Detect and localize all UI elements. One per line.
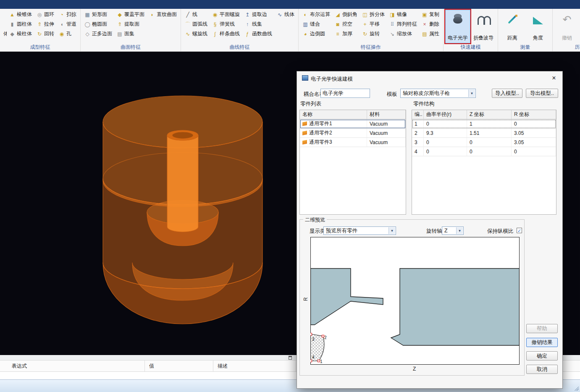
ribbon-item-function-curve[interactable]: ƒ函数曲线 [242,29,274,39]
parts-list-row[interactable]: 通用零件3Vacuum [300,138,406,147]
ribbon-button-label: 撤销 [562,34,572,42]
ribbon-item-clipped-partial[interactable] [2,19,7,29]
cancel-button[interactable]: 取消 [526,365,558,374]
ribbon-item-delete[interactable]: ×删除 [420,19,441,29]
ribbon-item-line-set[interactable]: ↑线集 [242,19,274,29]
ribbon-item-thicken[interactable]: ≡加厚 [333,29,360,39]
rotation-axis-select[interactable]: Z ▾ [442,226,464,235]
ribbon-item-edge-fillet[interactable]: ◕边倒圆 [300,29,332,39]
keep-aspect-checkbox[interactable]: ✓ [517,228,522,233]
ribbon-item-copy[interactable]: ▣复制 [420,10,441,19]
ribbon-item-revolve[interactable]: ↻回转 [34,29,56,39]
export-model-button[interactable]: 导出模型.. [526,89,558,98]
ribbon-item-torus[interactable]: ◎圆环 [34,10,56,19]
ribbon-button-distance[interactable]: 距离 [500,10,525,43]
ribbon-item-hollow[interactable]: ◙挖空 [333,19,360,29]
column-header[interactable]: 编.. [412,110,424,119]
ribbon-item-rotate[interactable]: ↻旋转 [360,29,387,39]
ribbon-item-boolean-operation[interactable]: ◐布尔运算 [300,10,332,19]
ribbon-item-label: 矩形面 [92,11,107,18]
ribbon-item-cylinder[interactable]: ▮圆柱体 [7,19,34,29]
ribbon-item-hole[interactable]: ◉孔 [57,29,79,39]
ribbon-item-translate[interactable]: +平移 [360,19,387,29]
column-header[interactable]: 材料 [367,110,406,119]
ribbon-item-rectangle-face[interactable]: ▦矩形面 [82,10,114,19]
model-central-tube [167,135,198,232]
ribbon-item-sweep[interactable]: ◔扫掠 [57,10,79,19]
ribbon-item-arc-line[interactable]: ⌒圆弧线 [183,19,210,29]
ribbon-item-helix-line[interactable]: ∿螺旋线 [183,29,210,39]
ribbon-item-extract-face[interactable]: ⇑提取面 [115,19,147,29]
template-select[interactable]: 轴对称皮尔斯电子枪 ▾ [400,89,476,98]
ribbon-item-spring-line[interactable]: §弹簧线 [210,19,242,29]
structure-row[interactable]: 29.31.513.05 [412,129,556,138]
ribbon-button-angle[interactable]: 角度 [525,10,551,43]
column-header[interactable]: Z 坐标 [467,110,512,119]
structure-row[interactable]: 1010 [412,119,556,129]
window-titlebar [0,0,580,9]
cell-text: 9.3 [426,130,433,136]
ribbon-group-label: 曲线特征 [181,44,298,51]
ribbon-item-pattern-feature[interactable]: ⠿阵列特征 [387,19,419,29]
display-type-select[interactable]: 预览所有零件 ▾ [323,226,396,235]
ribbon-item-label: 提取面 [124,21,139,28]
undo-result-button[interactable]: 撤销结果 [526,338,558,347]
resize-grip-icon[interactable] [574,386,579,391]
ok-button[interactable]: 确定 [526,351,558,360]
ribbon-button-electron-optics[interactable]: 电子光学 [445,10,470,43]
cover-plane-icon: ◆ [117,12,123,17]
parts-list-row[interactable]: 通用零件2Vacuum [300,129,406,138]
ribbon-item-chamfer[interactable]: ◢倒斜角 [333,10,360,19]
ribbon-item-planar-spiral[interactable]: ◉平面螺旋 [210,10,242,19]
ribbon-item-wire-body[interactable]: ∿线体 [275,10,297,19]
ribbon-item-prism[interactable]: ◆棱柱体 [7,29,34,39]
ribbon-item-split-body[interactable]: ◫拆分体 [360,10,387,19]
ribbon-item-spline-curve[interactable]: ∫样条曲线 [210,29,242,39]
structure-row[interactable]: 4000 [412,147,556,156]
help-button[interactable]: 帮助 [526,324,558,333]
close-icon[interactable]: × [549,74,559,82]
cell-text: 2 [415,130,417,136]
cell-text: 0 [514,149,517,155]
column-header-expression[interactable]: 表达式 [0,360,145,371]
ribbon-item-face-set[interactable]: ▤面集 [115,29,147,39]
ribbon-item-scale-body[interactable]: ↘缩放体 [387,29,419,39]
ribbon-item-clipped-partial[interactable] [2,10,7,19]
column-header[interactable]: 名称 [300,110,367,119]
ribbon-item-polygon-face[interactable]: ◇正多边面 [82,29,114,39]
ribbon-item-sew[interactable]: ▥缝合 [300,19,332,29]
cell-text: 1.51 [470,130,479,136]
ribbon-item-pyramid[interactable]: ▲棱锥体 [7,10,34,19]
cell-text: 0 [426,149,429,155]
ribbon-item-pipe[interactable]: ◖管道 [57,19,79,29]
ribbon-item-clipped-partial[interactable]: 体 [2,29,7,39]
ribbon-item-extract-edge[interactable]: ↥提取边 [242,10,274,19]
preview-canvas-2d[interactable]: 1 2 3 4 [310,237,520,365]
parts-list-row[interactable]: 通用零件1Vacuum [300,119,406,129]
ribbon-item-cover-plane[interactable]: ◆覆盖平面 [115,10,147,19]
ribbon-item-label: 弹簧线 [220,21,235,28]
ribbon-item-properties[interactable]: ▤属性 [420,29,441,39]
ribbon-item-mirror[interactable]: ◨镜像 [387,10,419,19]
cell-text: 0 [426,139,429,145]
column-header-description[interactable]: 描述 [213,360,296,371]
import-model-button[interactable]: 导入模型.. [492,89,522,98]
ribbon-item-label: 缝合 [310,21,320,28]
ribbon-button-undo[interactable]: ↶撤销 [554,10,580,43]
column-header-value[interactable]: 值 [145,360,213,371]
ribbon-item-ruled-surface[interactable]: ◗直纹曲面 [147,10,179,19]
structure-row[interactable]: 3003.05 [412,138,556,147]
ribbon-item-extrude[interactable]: ⇑拉伸 [34,19,56,29]
ribbon-item-ellipse-face[interactable]: ◯椭圆面 [82,19,114,29]
ribbon-item-label: 线体 [284,11,294,18]
ribbon-item-label: 棱柱体 [17,30,32,37]
ribbon-button-folded-waveguide[interactable]: 折叠波导 [471,10,496,43]
template-label: 模板 [387,91,397,98]
preview-drawing: 1 2 3 4 [310,237,520,365]
column-header[interactable]: R 坐标 [512,110,556,119]
pattern-feature-icon: ⠿ [389,22,395,27]
pin-icon[interactable] [289,356,292,360]
coupling-name-input[interactable] [320,89,370,98]
column-header[interactable]: 曲率半径(r) [424,110,467,119]
ribbon-item-line[interactable]: ╱线 [183,10,210,19]
